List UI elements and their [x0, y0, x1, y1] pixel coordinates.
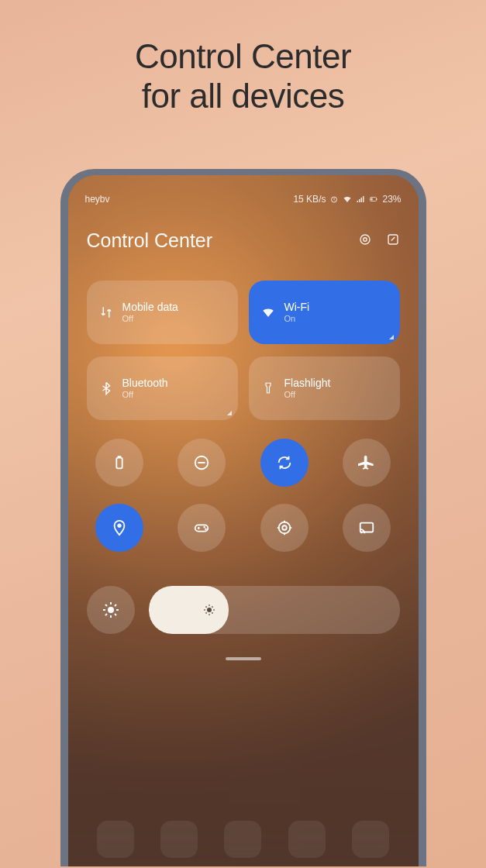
bluetooth-icon	[99, 381, 113, 395]
tile-label: Mobile data	[122, 301, 178, 314]
swap-icon	[99, 305, 113, 319]
battery-status-icon	[369, 195, 378, 204]
airplane-icon	[358, 454, 375, 471]
svg-point-15	[282, 525, 287, 530]
svg-point-12	[204, 526, 205, 528]
auto-brightness-button[interactable]	[87, 586, 135, 634]
tile-state: Off	[284, 390, 331, 400]
location-icon	[111, 519, 128, 536]
svg-rect-2	[377, 198, 377, 200]
expand-corner-icon	[389, 335, 394, 339]
dock-item	[224, 821, 261, 858]
tile-airplane[interactable]	[343, 439, 391, 487]
svg-point-4	[360, 235, 370, 244]
brightness-slider[interactable]	[149, 586, 400, 634]
tile-game-mode[interactable]	[178, 504, 226, 552]
tile-wifi[interactable]: Wi-Fi On	[249, 281, 400, 344]
svg-point-14	[278, 522, 290, 534]
dock-item	[160, 821, 198, 858]
round-tiles-grid	[87, 439, 400, 552]
svg-rect-7	[116, 458, 122, 469]
dock-item	[288, 821, 326, 858]
tile-battery-saver[interactable]	[95, 439, 143, 487]
dock-item	[352, 821, 389, 858]
brightness-row	[87, 586, 400, 634]
tile-auto-rotate[interactable]	[260, 439, 308, 487]
tile-bluetooth[interactable]: Bluetooth Off	[87, 356, 238, 420]
expand-corner-icon	[227, 411, 232, 415]
tile-focus[interactable]	[260, 504, 308, 552]
wifi-status-icon	[343, 195, 352, 204]
tile-text: Mobile data Off	[122, 301, 178, 324]
promo-headline-line1: Control Center	[135, 37, 351, 75]
tile-row-1: Mobile data Off Wi-Fi On	[87, 281, 400, 344]
svg-point-18	[207, 608, 212, 612]
settings-button[interactable]	[358, 232, 372, 250]
cast-icon	[358, 519, 375, 536]
control-center-header: Control Center	[87, 229, 400, 252]
promo-headline-line2: for all devices	[142, 77, 345, 115]
phone-frame: heybv 15 KB/s 23% Control Center	[60, 169, 426, 866]
status-carrier: heybv	[85, 194, 110, 205]
home-dock	[84, 812, 403, 866]
dnd-icon	[193, 454, 210, 471]
drag-handle[interactable]	[226, 657, 261, 660]
tile-text: Bluetooth Off	[122, 377, 168, 400]
svg-point-10	[117, 524, 121, 528]
battery-icon	[111, 454, 128, 471]
promo-headline: Control Center for all devices	[0, 37, 486, 115]
tile-text: Wi-Fi On	[284, 301, 310, 324]
tile-state: Off	[122, 390, 168, 400]
status-bar: heybv 15 KB/s 23%	[85, 192, 402, 206]
tile-mobile-data[interactable]: Mobile data Off	[87, 281, 238, 344]
tile-label: Wi-Fi	[284, 301, 310, 314]
gear-icon	[358, 232, 372, 246]
gamepad-icon	[193, 519, 210, 536]
tile-state: Off	[122, 314, 178, 324]
brightness-fill	[149, 586, 229, 634]
tile-cast[interactable]	[343, 504, 391, 552]
alarm-icon	[329, 195, 339, 204]
tile-state: On	[284, 314, 310, 324]
signal-icon	[356, 195, 365, 204]
status-speed: 15 KB/s	[293, 194, 326, 205]
tile-label: Flashlight	[284, 377, 331, 390]
tile-dnd[interactable]	[178, 439, 226, 487]
svg-rect-16	[360, 523, 374, 532]
tile-location[interactable]	[95, 504, 143, 552]
dock-item	[97, 821, 134, 858]
svg-rect-11	[195, 525, 209, 531]
svg-point-5	[363, 237, 367, 241]
header-actions	[358, 232, 400, 250]
status-battery-pct: 23%	[382, 194, 401, 205]
svg-point-13	[205, 529, 207, 530]
brightness-thumb-icon	[202, 603, 216, 617]
control-center-title: Control Center	[87, 229, 213, 252]
tile-text: Flashlight Off	[284, 377, 331, 400]
sun-icon	[102, 601, 120, 619]
svg-rect-3	[371, 198, 373, 201]
edit-button[interactable]	[386, 232, 400, 250]
wifi-icon	[261, 305, 275, 319]
svg-point-17	[108, 607, 114, 613]
phone-screen: heybv 15 KB/s 23% Control Center	[68, 175, 419, 866]
flashlight-icon	[261, 381, 275, 395]
tile-flashlight[interactable]: Flashlight Off	[249, 356, 400, 420]
rotate-icon	[276, 454, 293, 471]
tile-row-2: Bluetooth Off Flashlight Off	[87, 356, 400, 420]
status-right: 15 KB/s 23%	[293, 194, 401, 205]
target-icon	[276, 519, 293, 536]
svg-rect-8	[118, 456, 121, 458]
edit-icon	[386, 232, 400, 246]
tile-label: Bluetooth	[122, 377, 168, 390]
